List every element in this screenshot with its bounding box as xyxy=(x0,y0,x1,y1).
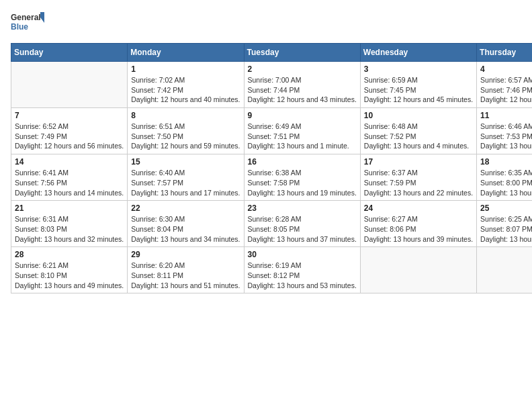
day-info: Sunrise: 6:25 AM Sunset: 8:07 PM Dayligh… xyxy=(480,214,532,244)
day-info: Sunrise: 6:59 AM Sunset: 7:45 PM Dayligh… xyxy=(364,75,473,105)
sunrise-text: Sunrise: 6:40 AM xyxy=(131,168,240,178)
calendar-day: 18 Sunrise: 6:35 AM Sunset: 8:00 PM Dayl… xyxy=(477,154,532,201)
daylight-text: Daylight: 13 hours and 4 minutes. xyxy=(364,141,473,151)
day-number: 18 xyxy=(480,157,532,167)
day-number: 17 xyxy=(364,157,473,167)
day-number: 29 xyxy=(131,250,240,259)
header-sunday: Sunday xyxy=(11,44,128,62)
sunrise-text: Sunrise: 6:48 AM xyxy=(364,122,473,132)
sunrise-text: Sunrise: 6:49 AM xyxy=(248,122,357,132)
calendar-week-2: 7 Sunrise: 6:52 AM Sunset: 7:49 PM Dayli… xyxy=(11,108,533,154)
sunset-text: Sunset: 8:12 PM xyxy=(248,271,357,281)
calendar-day: 25 Sunrise: 6:25 AM Sunset: 8:07 PM Dayl… xyxy=(477,201,532,247)
daylight-text: Daylight: 13 hours and 14 minutes. xyxy=(15,188,124,198)
day-info: Sunrise: 6:38 AM Sunset: 7:58 PM Dayligh… xyxy=(248,168,357,197)
day-info: Sunrise: 6:49 AM Sunset: 7:51 PM Dayligh… xyxy=(248,122,357,151)
sunset-text: Sunset: 7:42 PM xyxy=(131,85,240,95)
svg-marker-2 xyxy=(40,12,44,23)
daylight-text: Daylight: 13 hours and 37 minutes. xyxy=(248,234,357,244)
svg-text:Blue: Blue xyxy=(11,22,28,32)
sunset-text: Sunset: 8:07 PM xyxy=(480,224,532,234)
day-info: Sunrise: 6:19 AM Sunset: 8:12 PM Dayligh… xyxy=(248,261,357,290)
logo-svg: General Blue xyxy=(11,11,44,35)
day-number: 16 xyxy=(248,157,357,167)
sunrise-text: Sunrise: 6:51 AM xyxy=(131,122,240,132)
header-wednesday: Wednesday xyxy=(360,44,476,62)
sunrise-text: Sunrise: 6:52 AM xyxy=(15,122,124,132)
day-info: Sunrise: 6:27 AM Sunset: 8:06 PM Dayligh… xyxy=(364,214,473,244)
calendar-day: 4 Sunrise: 6:57 AM Sunset: 7:46 PM Dayli… xyxy=(477,62,532,108)
sunset-text: Sunset: 7:52 PM xyxy=(364,132,473,142)
daylight-text: Daylight: 13 hours and 22 minutes. xyxy=(364,188,473,198)
calendar-week-4: 21 Sunrise: 6:31 AM Sunset: 8:03 PM Dayl… xyxy=(11,201,533,247)
sunrise-text: Sunrise: 6:37 AM xyxy=(364,168,473,178)
daylight-text: Daylight: 13 hours and 49 minutes. xyxy=(15,281,124,291)
daylight-text: Daylight: 13 hours and 6 minutes. xyxy=(480,141,532,151)
sunset-text: Sunset: 7:49 PM xyxy=(15,132,124,142)
sunset-text: Sunset: 7:51 PM xyxy=(248,132,357,142)
daylight-text: Daylight: 12 hours and 56 minutes. xyxy=(15,141,124,151)
sunset-text: Sunset: 7:50 PM xyxy=(131,132,240,142)
sunset-text: Sunset: 7:45 PM xyxy=(364,85,473,95)
day-info: Sunrise: 6:20 AM Sunset: 8:11 PM Dayligh… xyxy=(131,261,240,290)
calendar-day: 15 Sunrise: 6:40 AM Sunset: 7:57 PM Dayl… xyxy=(128,154,244,201)
sunset-text: Sunset: 7:57 PM xyxy=(131,178,240,188)
day-info: Sunrise: 6:57 AM Sunset: 7:46 PM Dayligh… xyxy=(480,75,532,105)
day-info: Sunrise: 6:35 AM Sunset: 8:00 PM Dayligh… xyxy=(480,168,532,197)
sunset-text: Sunset: 8:10 PM xyxy=(15,271,124,281)
sunset-text: Sunset: 7:56 PM xyxy=(15,178,124,188)
calendar-table: SundayMondayTuesdayWednesdayThursdayFrid… xyxy=(11,43,532,293)
day-info: Sunrise: 6:46 AM Sunset: 7:53 PM Dayligh… xyxy=(480,122,532,151)
header-monday: Monday xyxy=(128,44,244,62)
calendar-week-5: 28 Sunrise: 6:21 AM Sunset: 8:10 PM Dayl… xyxy=(11,247,533,293)
day-number: 4 xyxy=(480,64,532,74)
daylight-text: Daylight: 12 hours and 40 minutes. xyxy=(131,95,240,105)
calendar-day: 11 Sunrise: 6:46 AM Sunset: 7:53 PM Dayl… xyxy=(477,108,532,154)
sunrise-text: Sunrise: 7:02 AM xyxy=(131,75,240,85)
day-number: 21 xyxy=(15,203,124,213)
sunset-text: Sunset: 8:04 PM xyxy=(131,224,240,234)
sunset-text: Sunset: 7:44 PM xyxy=(248,85,357,95)
sunset-text: Sunset: 8:06 PM xyxy=(364,224,473,234)
sunrise-text: Sunrise: 6:59 AM xyxy=(364,75,473,85)
daylight-text: Daylight: 13 hours and 1 minute. xyxy=(248,141,357,151)
day-number: 25 xyxy=(480,203,532,213)
calendar-day: 14 Sunrise: 6:41 AM Sunset: 7:56 PM Dayl… xyxy=(11,154,128,201)
day-number: 8 xyxy=(131,111,240,120)
sunrise-text: Sunrise: 7:00 AM xyxy=(248,75,357,85)
day-info: Sunrise: 6:48 AM Sunset: 7:52 PM Dayligh… xyxy=(364,122,473,151)
day-info: Sunrise: 6:52 AM Sunset: 7:49 PM Dayligh… xyxy=(15,122,124,151)
day-info: Sunrise: 6:51 AM Sunset: 7:50 PM Dayligh… xyxy=(131,122,240,151)
calendar-day: 9 Sunrise: 6:49 AM Sunset: 7:51 PM Dayli… xyxy=(244,108,360,154)
calendar-day: 29 Sunrise: 6:20 AM Sunset: 8:11 PM Dayl… xyxy=(128,247,244,293)
day-number: 30 xyxy=(248,250,357,259)
day-number: 7 xyxy=(15,111,124,120)
day-info: Sunrise: 7:02 AM Sunset: 7:42 PM Dayligh… xyxy=(131,75,240,105)
calendar-day: 24 Sunrise: 6:27 AM Sunset: 8:06 PM Dayl… xyxy=(360,201,476,247)
calendar-day: 22 Sunrise: 6:30 AM Sunset: 8:04 PM Dayl… xyxy=(128,201,244,247)
sunrise-text: Sunrise: 6:25 AM xyxy=(480,214,532,224)
sunset-text: Sunset: 7:53 PM xyxy=(480,132,532,142)
daylight-text: Daylight: 12 hours and 48 minutes. xyxy=(480,95,532,105)
calendar-day: 23 Sunrise: 6:28 AM Sunset: 8:05 PM Dayl… xyxy=(244,201,360,247)
daylight-text: Daylight: 13 hours and 24 minutes. xyxy=(480,188,532,198)
header-tuesday: Tuesday xyxy=(244,44,360,62)
sunset-text: Sunset: 8:03 PM xyxy=(15,224,124,234)
day-number: 15 xyxy=(131,157,240,167)
day-info: Sunrise: 6:37 AM Sunset: 7:59 PM Dayligh… xyxy=(364,168,473,197)
daylight-text: Daylight: 12 hours and 59 minutes. xyxy=(131,141,240,151)
sunrise-text: Sunrise: 6:21 AM xyxy=(15,261,124,271)
daylight-text: Daylight: 13 hours and 19 minutes. xyxy=(248,188,357,198)
sunrise-text: Sunrise: 6:31 AM xyxy=(15,214,124,224)
sunrise-text: Sunrise: 6:20 AM xyxy=(131,261,240,271)
page-header: General Blue xyxy=(11,11,521,35)
sunset-text: Sunset: 7:46 PM xyxy=(480,85,532,95)
day-number: 11 xyxy=(480,111,532,120)
day-number: 14 xyxy=(15,157,124,167)
daylight-text: Daylight: 13 hours and 34 minutes. xyxy=(131,234,240,244)
calendar-day: 3 Sunrise: 6:59 AM Sunset: 7:45 PM Dayli… xyxy=(360,62,476,108)
calendar-day: 28 Sunrise: 6:21 AM Sunset: 8:10 PM Dayl… xyxy=(11,247,128,293)
calendar-day: 30 Sunrise: 6:19 AM Sunset: 8:12 PM Dayl… xyxy=(244,247,360,293)
sunset-text: Sunset: 8:11 PM xyxy=(131,271,240,281)
calendar-day: 10 Sunrise: 6:48 AM Sunset: 7:52 PM Dayl… xyxy=(360,108,476,154)
